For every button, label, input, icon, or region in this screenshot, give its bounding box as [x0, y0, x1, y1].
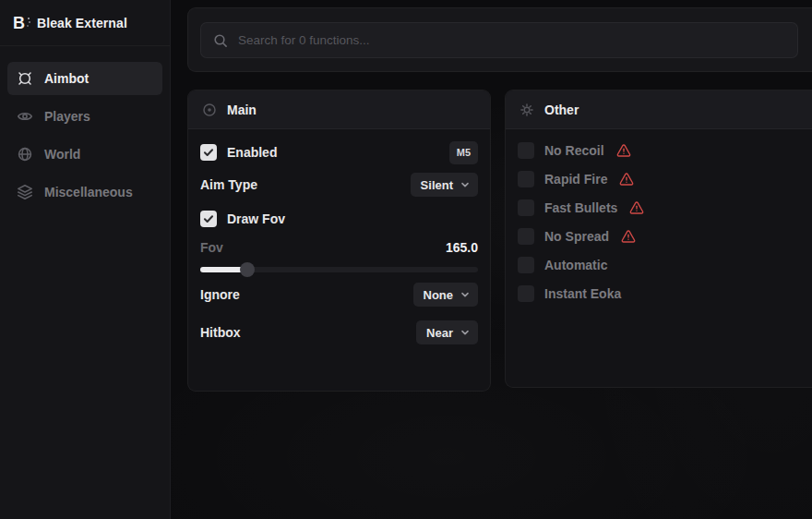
ignore-dropdown[interactable]: None [413, 283, 479, 307]
sidebar-item-miscellaneous[interactable]: Miscellaneous [7, 175, 162, 209]
panel-other-body: No Recoil Rapid Fire Fast Bullets [506, 129, 812, 323]
toggle-row: Rapid Fire [518, 169, 811, 189]
enabled-row: Enabled M5 [200, 140, 478, 164]
sidebar: B Bleak External Aimbot Players World [0, 0, 171, 519]
enabled-checkbox[interactable] [200, 144, 217, 161]
ignore-label: Ignore [200, 287, 240, 302]
check-icon [202, 146, 215, 159]
draw-fov-row: Draw Fov [200, 207, 478, 230]
toggle-label: Fast Bullets [544, 200, 617, 215]
keybind-badge[interactable]: M5 [449, 141, 478, 164]
app-logo-icon: B [13, 15, 25, 31]
chevron-down-icon [460, 328, 470, 337]
sidebar-item-label: Miscellaneous [44, 185, 133, 199]
warning-icon [621, 229, 636, 244]
panel-title: Main [227, 103, 257, 117]
toggle-label: Rapid Fire [544, 172, 607, 187]
eye-icon [17, 108, 33, 125]
slider-thumb[interactable] [240, 262, 255, 277]
hitbox-dropdown[interactable]: Near [416, 320, 478, 344]
draw-fov-label: Draw Fov [227, 211, 285, 226]
search-box[interactable] [200, 22, 798, 58]
sidebar-nav: Aimbot Players World Miscellaneous [0, 46, 170, 221]
chevron-down-icon [460, 290, 470, 299]
gear-icon [519, 103, 534, 117]
fov-value: 165.0 [446, 240, 478, 255]
toggle-checkbox[interactable] [518, 285, 534, 302]
focus-crosshair-icon [17, 70, 33, 87]
toggle-checkbox[interactable] [518, 257, 534, 273]
check-icon [202, 212, 215, 225]
sidebar-item-label: Aimbot [44, 71, 89, 86]
toggle-row: No Spread [518, 226, 811, 247]
chevron-down-icon [460, 180, 470, 189]
topbar [187, 7, 812, 72]
toggle-label: No Recoil [544, 143, 604, 158]
fov-row: Fov 165.0 [200, 239, 478, 255]
toggle-checkbox[interactable] [518, 171, 534, 187]
warning-icon [619, 172, 634, 187]
toggle-row: Fast Bullets [518, 198, 811, 218]
warning-icon [629, 200, 644, 215]
panel-main: Main Enabled M5 Aim Type Silent Draw Fov [187, 90, 491, 392]
ignore-value: None [424, 288, 454, 302]
sidebar-header: B Bleak External [0, 0, 170, 46]
aim-type-value: Silent [421, 178, 453, 192]
panel-other-header: Other [506, 91, 812, 129]
toggle-checkbox[interactable] [518, 142, 534, 159]
panel-title: Other [544, 103, 579, 117]
toggle-checkbox[interactable] [518, 199, 534, 216]
sidebar-item-aimbot[interactable]: Aimbot [7, 62, 162, 95]
toggle-row: No Recoil [518, 140, 811, 161]
globe-icon [17, 146, 33, 163]
hitbox-label: Hitbox [200, 325, 241, 340]
fov-label: Fov [200, 240, 223, 255]
search-input[interactable] [238, 33, 785, 47]
aim-type-label: Aim Type [200, 177, 257, 192]
search-icon [213, 33, 228, 48]
toggle-row: Automatic [518, 255, 811, 275]
aim-type-row: Aim Type Silent [200, 173, 478, 197]
panel-other: Other No Recoil Rapid Fire [505, 90, 812, 388]
panel-main-body: Enabled M5 Aim Type Silent Draw Fov Fov … [188, 129, 490, 356]
draw-fov-checkbox[interactable] [200, 211, 217, 227]
ignore-row: Ignore None [200, 283, 478, 307]
toggle-row: Instant Eoka [518, 284, 811, 304]
toggle-label: No Spread [544, 229, 609, 244]
fov-slider[interactable] [200, 262, 478, 277]
toggle-label: Instant Eoka [544, 286, 621, 301]
sidebar-item-label: World [44, 147, 80, 162]
layers-icon [17, 184, 33, 200]
panel-main-header: Main [188, 91, 490, 129]
target-icon [202, 103, 217, 117]
sidebar-item-players[interactable]: Players [7, 100, 162, 133]
app-title: Bleak External [37, 16, 127, 30]
app-window: { "app": { "title": "Bleak External", "l… [0, 0, 812, 519]
hitbox-value: Near [426, 326, 453, 340]
sidebar-item-label: Players [44, 109, 90, 124]
toggle-label: Automatic [544, 258, 607, 272]
enabled-label: Enabled [227, 145, 277, 160]
warning-icon [616, 143, 631, 158]
aim-type-dropdown[interactable]: Silent [411, 173, 478, 197]
sidebar-item-world[interactable]: World [7, 138, 162, 171]
hitbox-row: Hitbox Near [200, 320, 478, 344]
toggle-checkbox[interactable] [518, 228, 534, 245]
